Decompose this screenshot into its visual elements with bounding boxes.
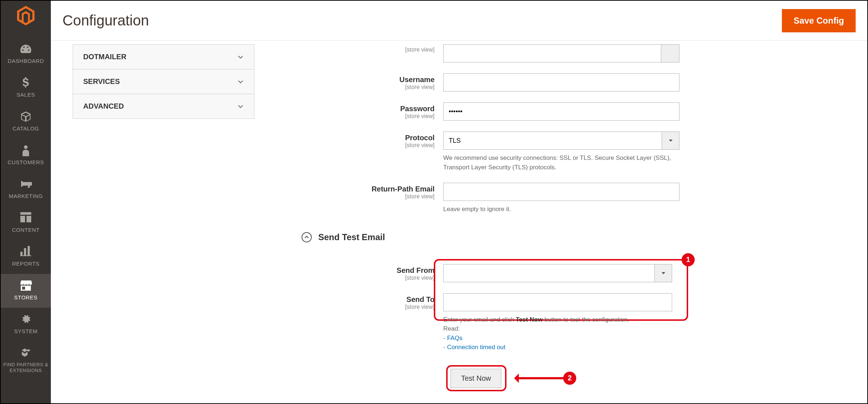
sidebar-item-dashboard[interactable]: DASHBOARD [1,37,51,71]
protocol-select[interactable]: TLS [443,132,679,150]
sidebar-item-marketing[interactable]: MARKETING [1,173,51,206]
field-row-send-to: Send To [store view] Enter your email an… [291,293,849,352]
send-to-input[interactable] [443,293,672,311]
person-icon [1,145,51,156]
send-from-select[interactable] [443,264,672,282]
unlabeled-input[interactable] [443,44,661,62]
field-scope: [store view] [291,142,435,149]
config-nav: DOTMAILER SERVICES ADVANCED [73,44,254,400]
field-label: Return-Path Email [291,185,435,193]
sidebar-item-label: CUSTOMERS [1,159,51,165]
section-header-send-test-email[interactable]: Send Test Email [302,232,849,242]
storefront-icon [1,280,51,291]
field-scope: [store view] [291,275,435,281]
layout-icon [1,212,51,224]
field-scope: [store view] [291,193,435,200]
gear-icon [1,314,51,325]
collapse-toggle-icon [302,232,312,242]
field-row-username: Username [store view] [291,73,849,92]
chevron-down-icon [237,78,244,85]
page-header: Configuration Save Config [51,1,867,41]
return-path-help: Leave empty to ignore it. [443,205,679,214]
field-row-top: [store view] [291,44,849,62]
field-scope: [store view] [291,304,435,310]
protocol-help: We recommend use security connections: S… [443,153,679,172]
chevron-down-icon [237,103,244,110]
sidebar-item-catalog[interactable]: CATALOG [1,105,51,139]
page-title: Configuration [62,12,149,29]
content-area: DOTMAILER SERVICES ADVANCED [store view] [51,41,867,403]
config-section-label: SERVICES [83,77,120,86]
sidebar-item-sales[interactable]: SALES [1,71,51,105]
field-label: Username [291,76,435,84]
field-row-return-path: Return-Path Email [store view] Leave emp… [291,183,849,214]
form-area: [store view] Username [store view] Passw… [291,44,849,400]
sidebar-item-label: SYSTEM [1,328,51,334]
test-now-button[interactable]: Test Now [451,369,501,388]
field-label: Send To [291,295,435,304]
field-label: Send From [291,266,435,275]
sidebar-item-system[interactable]: SYSTEM [1,308,51,342]
field-row-password: Password [store view] [291,102,849,121]
sidebar-item-label: SALES [1,92,51,98]
sidebar-item-partners[interactable]: FIND PARTNERS & EXTENSIONS [1,342,51,375]
field-label: Protocol [291,134,435,142]
field-row-protocol: Protocol [store view] TLS We recommend u… [291,132,849,172]
magento-logo-icon [17,6,35,27]
faqs-link[interactable]: FAQs [447,335,463,342]
blocks-icon [1,347,51,359]
annotation-arrow [516,377,563,379]
config-section-advanced[interactable]: ADVANCED [73,94,254,119]
sidebar-item-label: MARKETING [1,193,51,199]
config-section-label: ADVANCED [83,102,124,110]
sidebar-item-label: REPORTS [1,260,51,267]
field-scope: [store view] [291,84,435,90]
sidebar-item-reports[interactable]: REPORTS [1,240,51,274]
config-section-dotmailer[interactable]: DOTMAILER [73,44,254,69]
config-section-label: DOTMAILER [83,53,126,61]
annotation-badge-1: 1 [682,253,695,266]
field-side-button[interactable] [661,44,679,62]
gauge-icon [1,43,51,55]
config-section-services[interactable]: SERVICES [73,69,254,94]
sidebar-item-label: STORES [1,294,51,300]
cube-icon [1,111,51,122]
connection-timed-out-link[interactable]: Connection timed out [447,344,505,351]
sidebar-item-content[interactable]: CONTENT [1,206,51,240]
sidebar-item-label: CONTENT [1,227,51,233]
annotation-badge-2: 2 [563,372,576,385]
field-label: Password [291,105,435,113]
section-header-label: Send Test Email [318,232,385,242]
sidebar-item-stores[interactable]: STORES [1,274,51,308]
send-to-help: Enter your email and click Test Now butt… [443,315,672,352]
chevron-down-icon [237,54,244,60]
megaphone-icon [1,178,51,190]
sidebar-item-customers[interactable]: CUSTOMERS [1,139,51,173]
field-row-send-from: Send From [store view] [291,264,849,282]
sidebar-item-label: CATALOG [1,125,51,132]
sidebar-item-label: FIND PARTNERS & EXTENSIONS [1,362,51,373]
admin-sidebar: DASHBOARD SALES CATALOG CUSTOMERS MARKET… [1,1,51,403]
field-scope: [store view] [291,47,435,53]
bar-chart-icon [1,246,51,258]
field-scope: [store view] [291,113,435,120]
save-config-button[interactable]: Save Config [782,9,856,32]
return-path-input[interactable] [443,183,679,201]
password-input[interactable] [443,102,679,121]
sidebar-item-label: DASHBOARD [1,58,51,64]
dollar-icon [1,77,51,89]
username-input[interactable] [443,73,679,92]
